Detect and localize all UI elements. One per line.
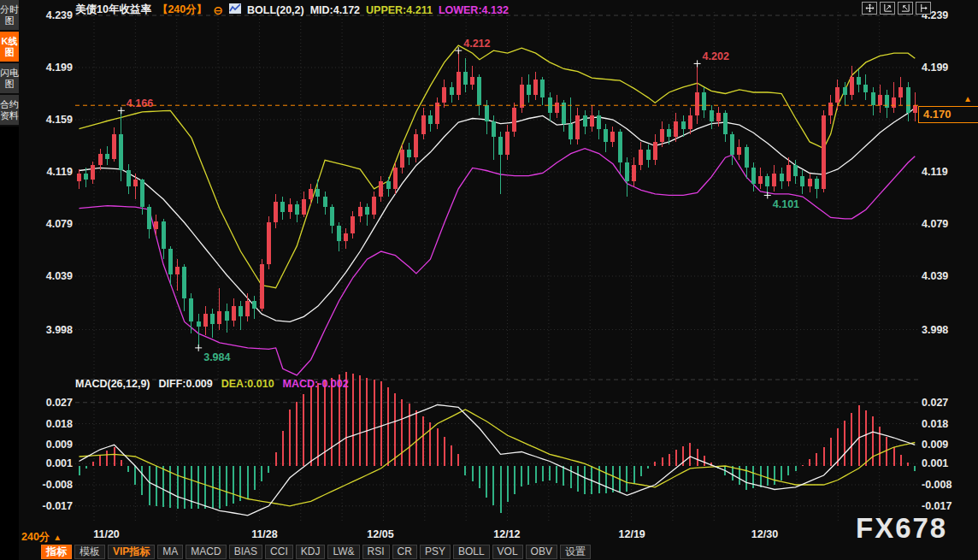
toolbar-button-vip-zhibiao[interactable]: VIP指标 (108, 545, 155, 559)
indicator-toolbar: 指标模板VIP指标MAMACDBIASCCIKDJLW&RSICRPSYBOLL… (41, 545, 591, 559)
watermark-logo: FX678 (856, 512, 947, 545)
sidebar-item-contract-info[interactable]: 合约资料 (0, 95, 19, 127)
candle (197, 314, 201, 348)
sidebar-item-time-share[interactable]: 分时图 (0, 0, 19, 32)
axis-zoom-left-icon[interactable] (880, 2, 895, 15)
price-annotation: 3.984 (195, 345, 230, 363)
toolbar-button-shezhi[interactable]: 设置 (560, 545, 591, 559)
candle (315, 180, 320, 203)
candle (477, 74, 481, 116)
macd-tick-right: -0.008 (922, 479, 951, 491)
candle (112, 127, 116, 162)
candle (527, 74, 531, 103)
macd-tick-right: 0.009 (922, 439, 948, 451)
price-tick-left: 4.199 (46, 62, 73, 74)
macd-label: MACD(26,12,9) (75, 378, 150, 390)
macd-tick-left: 0.027 (46, 397, 73, 409)
footer-period[interactable]: 240分▲ (21, 530, 62, 545)
candle (330, 204, 334, 233)
toolbar-button-psy[interactable]: PSY (420, 545, 451, 559)
price-tick-left: 4.079 (46, 218, 73, 230)
macd-diff-line (80, 405, 916, 516)
x-axis-labels: 11/2011/2812/0512/1212/1912/30 (93, 528, 778, 540)
time-tick-label: 12/12 (493, 528, 520, 540)
pan-move-icon[interactable] (862, 2, 877, 15)
toolbar-button-boll[interactable]: BOLL (453, 545, 490, 559)
candle (442, 80, 446, 109)
candle (548, 92, 552, 121)
candle (182, 264, 186, 311)
time-tick-label: 11/28 (251, 528, 278, 540)
toolbar-button-cr[interactable]: CR (392, 545, 417, 559)
candle (91, 162, 95, 184)
price-tick-left: 4.119 (46, 166, 73, 178)
candle (77, 169, 81, 189)
candle (562, 100, 566, 132)
collapse-icon[interactable]: ⊖ (213, 5, 223, 15)
toolbar-button-cci[interactable]: CCI (265, 545, 293, 559)
axis-pan-right-icon[interactable] (916, 2, 931, 15)
macd-header: MACD(26,12,9) DIFF:0.009 DEA:0.010 MACD:… (75, 378, 349, 390)
toolbar-button-obv[interactable]: OBV (526, 545, 557, 559)
candle (105, 146, 109, 166)
toolbar-button-ma[interactable]: MA (157, 545, 183, 559)
candle (267, 216, 271, 270)
candle (751, 162, 756, 192)
price-tick-left: 4.159 (46, 114, 73, 126)
candle (618, 129, 622, 174)
macd-histogram (80, 372, 916, 513)
toolbar-button-kdj[interactable]: KDJ (296, 545, 326, 559)
axis-zoom-right-icon[interactable] (898, 2, 913, 15)
candle (203, 306, 208, 335)
candle (140, 179, 144, 215)
candle (260, 259, 264, 311)
candle (828, 95, 833, 124)
candle (457, 50, 461, 100)
candle (702, 87, 706, 119)
candle (575, 108, 580, 144)
sidebar: 分时图K线图闪电图合约资料 (0, 0, 19, 560)
boll-lower-value: LOWER:4.132 (439, 4, 509, 16)
candle (898, 77, 903, 106)
toolbar-button-lwr[interactable]: LW& (327, 545, 359, 559)
candle (815, 176, 819, 198)
candle (133, 174, 138, 200)
candle (681, 115, 686, 136)
candle (710, 105, 714, 128)
macd-macd-value: MACD:-0.002 (283, 378, 349, 390)
candle (800, 170, 804, 193)
y-axis-labels: 4.2394.2394.1994.1994.1594.1594.1194.119… (43, 9, 952, 512)
candle (878, 85, 882, 114)
candle (758, 168, 763, 188)
toolbar-button-zhibiao[interactable]: 指标 (41, 545, 72, 559)
candle (372, 192, 376, 219)
toolbar-button-rsi[interactable]: RSI (362, 545, 390, 559)
candle (252, 296, 256, 319)
sidebar-item-kline[interactable]: K线图 (0, 32, 19, 63)
chart-tool-icons (862, 2, 931, 15)
last-price-tag: 4.170 (918, 106, 978, 123)
candle (351, 211, 355, 239)
boll-upper-value: UPPER:4.211 (366, 4, 433, 16)
candle (505, 125, 510, 160)
candle (435, 97, 439, 129)
candle (533, 72, 538, 101)
kline-macd-chart[interactable]: 4.2394.2394.1994.1994.1594.1594.1194.119… (0, 0, 978, 560)
toolbar-button-vol[interactable]: VOL (492, 545, 523, 559)
candle (632, 157, 636, 186)
candle (745, 144, 749, 179)
toolbar-button-bias[interactable]: BIAS (229, 545, 262, 559)
candle (365, 203, 369, 226)
candle (407, 143, 411, 165)
toolbar-button-moban[interactable]: 模板 (74, 545, 105, 559)
candle (913, 92, 917, 121)
sidebar-item-flash[interactable]: 闪电图 (0, 63, 19, 95)
candle (871, 87, 875, 116)
footer-period-label: 240分 (21, 531, 50, 543)
period-badge: 【240分】 (157, 3, 207, 17)
boll-lower-line (80, 149, 916, 375)
grid (75, 12, 919, 523)
toolbar-button-macd[interactable]: MACD (186, 545, 226, 559)
macd-tick-right: 0.001 (922, 457, 948, 469)
macd-tick-left: 0.018 (46, 418, 73, 430)
